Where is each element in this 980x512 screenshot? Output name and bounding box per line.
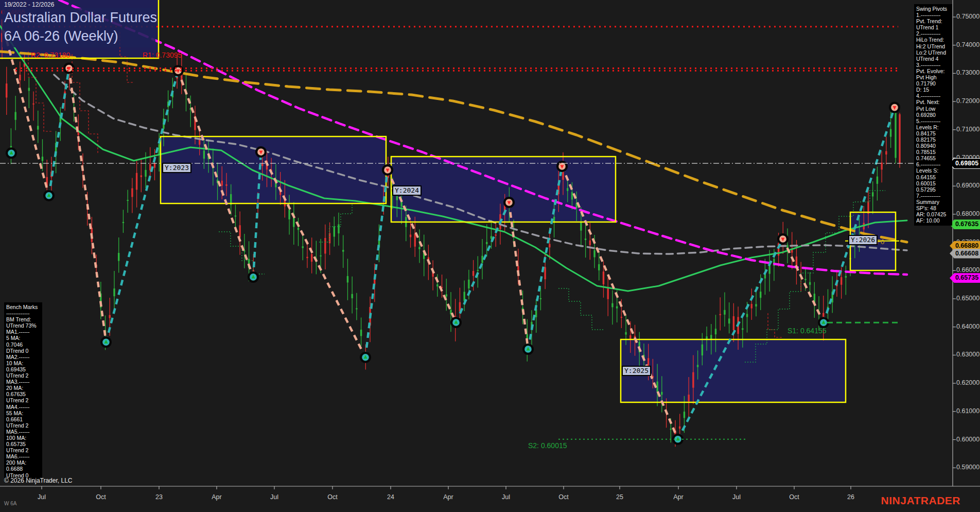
candle-body: [6, 83, 7, 97]
candle-body: [225, 184, 227, 186]
swing-pivots-line: Levels S:: [916, 167, 952, 174]
candle-body: [347, 276, 348, 283]
candle-body: [899, 114, 900, 163]
candle-body: [414, 234, 416, 247]
swing-pivots-line: AF: 10.00: [916, 217, 952, 224]
bench-marks-line: UTrend 2: [6, 447, 42, 453]
year-range-box-fill: [161, 136, 386, 203]
candle-body: [697, 365, 698, 367]
zigzag-segment: [783, 239, 824, 322]
candle-body: [127, 200, 128, 201]
candle-body: [567, 188, 568, 191]
contract-and-period: 6A 06-26 (Weekly): [2, 27, 155, 45]
candle-body: [679, 426, 680, 429]
zigzag-segment: [509, 202, 528, 349]
year-annotation-label[interactable]: Y:2025: [622, 366, 651, 376]
swing-pivots-line: Hi:2 UTrend: [916, 43, 952, 49]
candle-body: [885, 151, 887, 155]
swing-pivots-line: Pvt High: [916, 74, 952, 80]
candle-body: [356, 308, 357, 309]
bench-marks-panel-title: Bench Marks: [6, 304, 42, 310]
copyright-notice: © 2026 NinjaTrader, LLC: [4, 477, 72, 484]
swing-pivots-line: 0.78515: [916, 149, 952, 155]
candle-body: [742, 328, 743, 330]
swing-pivots-line: 2.-----------: [916, 30, 952, 37]
bench-marks-line: 0.6688: [6, 466, 42, 472]
candle-body: [549, 244, 550, 248]
bench-marks-line: 200 MA:: [6, 459, 42, 466]
year-annotation-label[interactable]: Y:2023: [162, 163, 191, 173]
candle-body: [203, 150, 205, 159]
chart-canvas[interactable]: [0, 0, 980, 512]
candle-body: [306, 257, 308, 258]
year-annotation-label[interactable]: Y:2026: [848, 235, 878, 245]
bench-marks-line: MA2.------: [6, 354, 42, 360]
candle-body: [540, 298, 541, 299]
swing-pivots-panel-title: Swing Pivots: [916, 6, 952, 12]
candle-body: [544, 267, 546, 280]
candle-body: [410, 234, 411, 237]
candle-body: [311, 254, 312, 262]
candle-body: [495, 234, 497, 235]
bench-marks-line: 0.69435: [6, 366, 42, 372]
year-annotation-label[interactable]: Y:2024: [392, 185, 422, 196]
candle-body: [32, 104, 34, 105]
swing-pivots-line: Levels R:: [916, 124, 952, 130]
bench-marks-line: 55 MA:: [6, 410, 42, 416]
candle-body: [19, 75, 21, 80]
bench-marks-line: UTrend 2: [6, 422, 42, 429]
swing-pivots-line: Pvt. Next:: [916, 99, 952, 105]
candle-body: [760, 292, 761, 298]
candle-body: [297, 228, 299, 230]
swing-pivots-line: D: 15: [916, 87, 952, 93]
instrument-status-tag: W 6A: [4, 501, 16, 506]
candle-body: [468, 280, 469, 288]
candle-body: [728, 318, 730, 323]
bench-marks-line: 10 MA:: [6, 360, 42, 366]
candle-body: [113, 288, 115, 296]
bench-marks-line: 20 MA:: [6, 385, 42, 391]
bench-marks-line: MA6.------: [6, 453, 42, 459]
candle-body: [715, 329, 716, 334]
trail-step-line: [28, 52, 51, 131]
swing-pivots-line: 0.80940: [916, 143, 952, 149]
candle-body: [751, 304, 752, 309]
swing-pivots-line: UTrend 4: [916, 56, 952, 62]
instrument-title-overlay: Australian Dollar Futures 6A 06-26 (Week…: [2, 8, 155, 47]
candle-body: [221, 181, 223, 186]
bench-marks-line: UTrend 73%: [6, 322, 42, 329]
candle-body: [141, 175, 142, 177]
bench-marks-line: UTrend 2: [6, 397, 42, 403]
candle-body: [877, 177, 878, 184]
zigzag-segment: [69, 69, 106, 343]
swing-pivots-line: 5.-----------: [916, 118, 952, 124]
candle-body: [895, 113, 896, 158]
zigzag-segment: [49, 69, 69, 196]
trail-step-line: [558, 288, 603, 330]
bench-marks-line: MA3.------: [6, 379, 42, 385]
candle-body: [288, 210, 290, 219]
candle-body: [334, 227, 335, 237]
candle-body: [109, 315, 111, 318]
candle-body: [154, 163, 155, 168]
trail-step-line: [768, 313, 782, 337]
candle-body: [791, 250, 793, 252]
swing-pivots-line: Summary: [916, 199, 952, 205]
year-range-box-fill: [621, 339, 846, 402]
candle-body: [629, 335, 631, 339]
candle-body: [145, 170, 146, 177]
candle-body: [78, 132, 79, 135]
candle-body: [841, 277, 842, 285]
candle-body: [396, 196, 398, 200]
bench-marks-line: DTrend 0: [6, 348, 42, 354]
bench-marks-line: BM Trend:: [6, 316, 42, 322]
candle-body: [571, 192, 573, 200]
swing-pivots-line: 6.-----------: [916, 161, 952, 167]
swing-pivots-line: 7.-----------: [916, 193, 952, 199]
bench-marks-line: 0.6661: [6, 416, 42, 422]
ninjatrader-logo[interactable]: NINJATRADER: [881, 494, 960, 507]
candle-body: [611, 303, 613, 308]
candle-body: [692, 372, 694, 388]
trail-step-line: [72, 54, 98, 155]
swing-pivots-line: 0.64155: [916, 174, 952, 180]
